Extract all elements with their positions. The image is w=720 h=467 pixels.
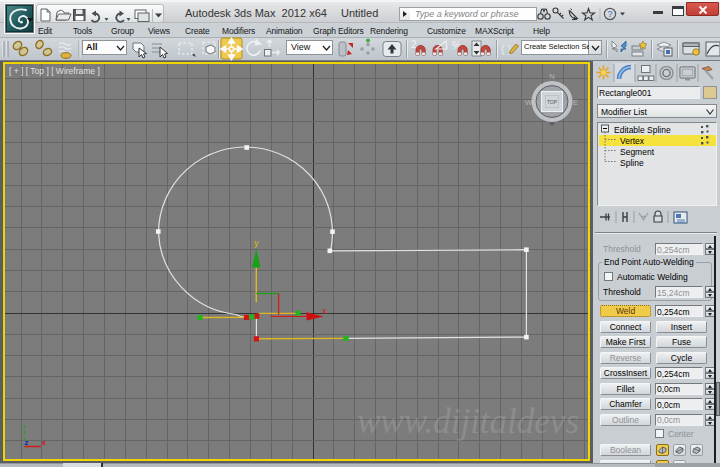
svg-text:Editable Spline: Editable Spline xyxy=(614,125,671,135)
svg-text:?: ? xyxy=(607,9,612,19)
svg-text:y: y xyxy=(254,238,259,248)
svg-text:Segment: Segment xyxy=(620,147,655,157)
svg-text:TOP: TOP xyxy=(547,99,558,105)
svg-text:Vertex: Vertex xyxy=(620,136,645,146)
svg-text:x: x xyxy=(322,306,327,316)
svg-text:Spline: Spline xyxy=(620,158,644,168)
svg-text:E: E xyxy=(573,98,578,107)
svg-text:z: z xyxy=(25,438,29,447)
svg-text:x: x xyxy=(42,438,47,447)
svg-text:N: N xyxy=(549,72,554,81)
svg-text:www.dijitaldevs: www.dijitaldevs xyxy=(357,402,579,441)
svg-text:W: W xyxy=(525,98,533,107)
